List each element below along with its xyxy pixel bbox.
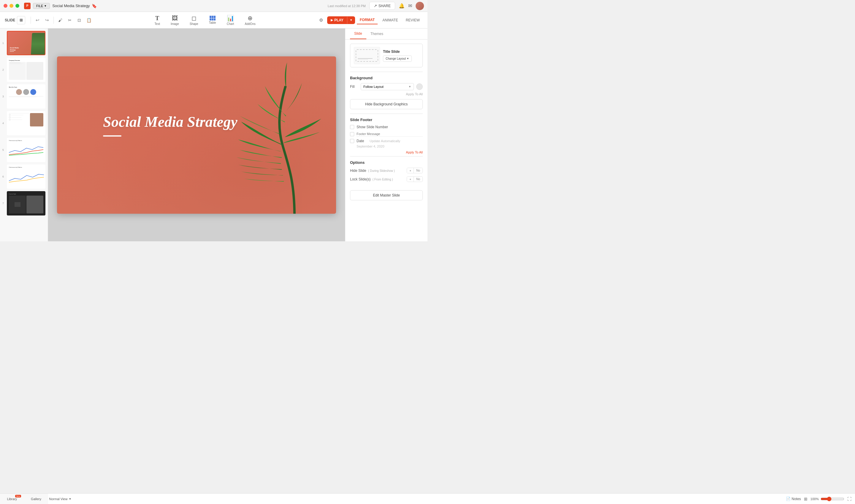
animate-tab-button[interactable]: ANIMATE bbox=[379, 16, 401, 24]
file-menu-button[interactable]: FILE ▼ bbox=[33, 3, 50, 9]
doc-title: Social Media Strategy 🔖 bbox=[52, 3, 96, 8]
background-title: Background bbox=[350, 76, 423, 80]
tool-shape-label: Shape bbox=[190, 22, 198, 25]
slide-thumbnail-6[interactable]: 6 Performance by Platform bbox=[2, 164, 46, 189]
notification-button[interactable]: 🔔 bbox=[399, 3, 405, 8]
lock-slide-label: Lock Slide(s) bbox=[350, 177, 371, 181]
slide-num-3: 3 bbox=[2, 95, 5, 98]
slide-title[interactable]: Social Media Strategy bbox=[103, 113, 237, 137]
tool-chart-label: Chart bbox=[227, 22, 234, 25]
settings-button[interactable]: ⚙ bbox=[317, 16, 325, 24]
fill-dropdown[interactable]: Follow Layout ▼ bbox=[361, 83, 414, 90]
tool-addons[interactable]: ⊕ AddOns bbox=[243, 13, 258, 27]
grid-view-button[interactable]: ⊞ bbox=[17, 16, 25, 24]
slide-panel: 1 Social MediaStrategy 2 Company Overvie… bbox=[0, 29, 48, 241]
hide-bg-graphics-button[interactable]: Hide Background Graphics bbox=[350, 99, 423, 109]
cut-button[interactable]: ✂ bbox=[66, 16, 74, 24]
slide-num-5: 5 bbox=[2, 148, 5, 151]
traffic-light-yellow[interactable] bbox=[10, 4, 13, 8]
lock-slide-sub: ( From Editing ) bbox=[373, 178, 393, 181]
slide-num-1: 1 bbox=[2, 41, 5, 44]
redo-button[interactable]: ↪ bbox=[43, 16, 51, 24]
hide-slide-label: Hide Slide bbox=[350, 168, 366, 173]
mail-button[interactable]: ✉ bbox=[408, 3, 412, 8]
tool-text[interactable]: T Text bbox=[152, 14, 162, 27]
layout-name: Title Slide bbox=[383, 50, 419, 54]
edit-master-slide-button[interactable]: Edit Master Slide bbox=[350, 190, 423, 200]
apply-all-bg[interactable]: Apply To All bbox=[406, 92, 423, 96]
update-auto-label: Update Automatically bbox=[370, 139, 423, 143]
tool-image[interactable]: 🖼 Image bbox=[168, 14, 181, 27]
date-label: Date bbox=[357, 139, 367, 143]
color-picker[interactable] bbox=[416, 84, 423, 90]
slide-num-2: 2 bbox=[2, 68, 5, 71]
footer-section: Slide Footer Show Slide Number Date Upda… bbox=[350, 113, 423, 154]
traffic-light-green[interactable] bbox=[15, 4, 19, 8]
plant-decoration bbox=[235, 62, 336, 214]
paste-button[interactable]: 📋 bbox=[85, 16, 93, 24]
tool-text-label: Text bbox=[155, 22, 160, 25]
slide-thumbnail-4[interactable]: 4 bbox=[2, 111, 46, 136]
slide-label: SLIDE bbox=[5, 18, 15, 22]
last-modified-text: Last modified at 12:38 PM bbox=[328, 4, 366, 8]
canvas-area: Social Media Strategy bbox=[48, 29, 345, 241]
copy-button[interactable]: ⊡ bbox=[75, 16, 84, 24]
share-button[interactable]: ↗ SHARE bbox=[369, 2, 395, 10]
play-button[interactable]: ▶ PLAY bbox=[327, 16, 347, 24]
tool-shape[interactable]: ◻ Shape bbox=[187, 13, 201, 27]
undo-button[interactable]: ↩ bbox=[33, 16, 41, 24]
slide-num-4: 4 bbox=[2, 122, 5, 125]
slide-thumbnail-7[interactable]: 7 Content Style bbox=[2, 191, 46, 216]
show-slide-number-checkbox[interactable] bbox=[350, 125, 354, 129]
play-dropdown-button[interactable]: ▼ bbox=[348, 17, 355, 23]
traffic-lights bbox=[3, 4, 19, 8]
themes-tab[interactable]: Themes bbox=[366, 29, 388, 39]
tool-addons-label: AddOns bbox=[245, 22, 255, 25]
footer-title: Slide Footer bbox=[350, 118, 423, 122]
layout-preview: Title Slide Change Layout ▼ bbox=[350, 43, 423, 67]
tool-table[interactable]: Table bbox=[207, 15, 218, 25]
slide-thumbnail-3[interactable]: 3 Meet the Team bbox=[2, 84, 46, 109]
change-layout-button[interactable]: Change Layout ▼ bbox=[383, 55, 412, 62]
hide-slide-sub: ( During Slideshow ) bbox=[368, 169, 395, 173]
tool-chart[interactable]: 📊 Chart bbox=[225, 13, 237, 27]
slide-num-6: 6 bbox=[2, 175, 5, 178]
show-slide-number-label: Show Slide Number bbox=[357, 125, 388, 129]
right-panel: Slide Themes Title Slide Change Layout ▼ bbox=[345, 29, 427, 241]
paint-format-button[interactable]: 🖌 bbox=[56, 16, 65, 24]
options-section: Options Hide Slide ( During Slideshow ) … bbox=[350, 156, 423, 182]
date-checkbox[interactable] bbox=[350, 139, 354, 143]
fill-label: Fill bbox=[350, 85, 358, 89]
tool-image-label: Image bbox=[171, 22, 179, 25]
slide-thumbnail-1[interactable]: 1 Social MediaStrategy bbox=[2, 31, 46, 55]
tool-table-label: Table bbox=[209, 21, 216, 24]
slide-thumbnail-2[interactable]: 2 Company Overview bbox=[2, 58, 46, 82]
avatar[interactable] bbox=[416, 2, 424, 10]
background-section: Background Fill Follow Layout ▼ Apply To… bbox=[350, 72, 423, 110]
footer-message-checkbox[interactable] bbox=[350, 132, 354, 136]
apply-all-footer[interactable]: Apply To All bbox=[406, 150, 423, 154]
date-value: September 4, 2020 bbox=[357, 145, 385, 148]
slide-thumbnail-5[interactable]: 5 Performance by Platform bbox=[2, 138, 46, 162]
lock-slide-toggle[interactable]: ● No bbox=[407, 176, 423, 182]
hide-slide-toggle[interactable]: ● No bbox=[407, 168, 423, 173]
slide-tab[interactable]: Slide bbox=[350, 29, 366, 39]
traffic-light-red[interactable] bbox=[3, 4, 7, 8]
options-title: Options bbox=[350, 160, 423, 165]
review-tab-button[interactable]: REVIEW bbox=[403, 16, 423, 24]
footer-message-input[interactable] bbox=[357, 131, 423, 137]
app-icon: P bbox=[24, 3, 31, 9]
format-tab-button[interactable]: FORMAT bbox=[357, 16, 378, 24]
slide-num-7: 7 bbox=[2, 202, 5, 205]
slide-canvas[interactable]: Social Media Strategy bbox=[57, 56, 336, 214]
